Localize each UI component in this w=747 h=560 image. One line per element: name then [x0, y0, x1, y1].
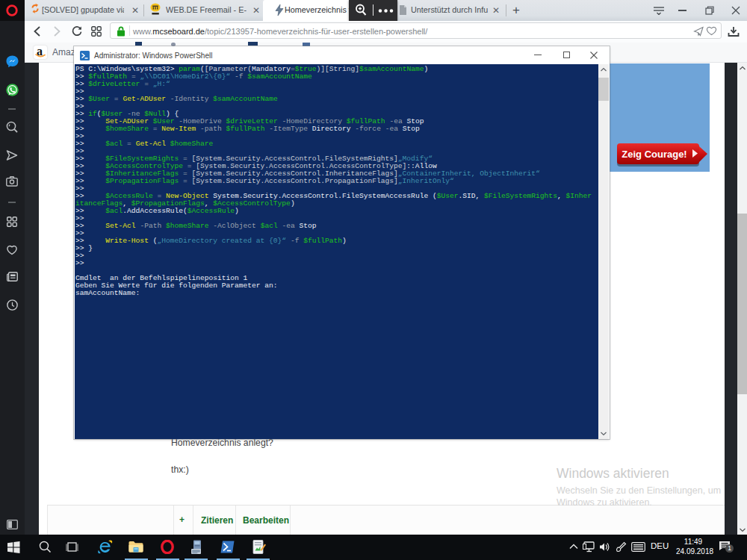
svg-text:Zeig Courage!: Zeig Courage! — [622, 149, 686, 160]
